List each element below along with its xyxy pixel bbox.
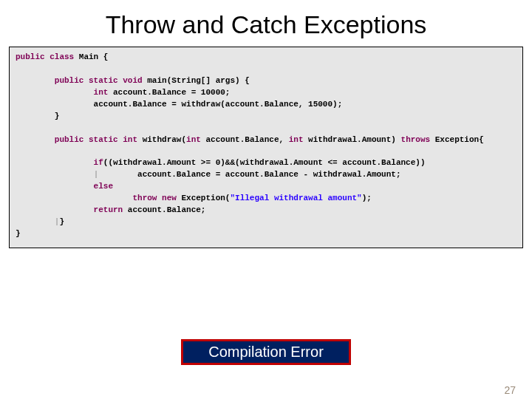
code-text: ((withdrawal.Amount >= 0)&&(withdrawal.A…	[103, 158, 426, 167]
badge-container: Compilation Error	[0, 339, 532, 365]
code-text: account.Balance;	[123, 205, 205, 214]
code-indent	[16, 170, 94, 179]
kw-if: if	[16, 158, 103, 167]
code-text: account.Balance = account.Balance - with…	[98, 170, 400, 179]
kw-throw: throw	[16, 194, 157, 202]
code-text: main(String[] args) {	[143, 76, 250, 85]
code-text: withdrawal.Amount)	[304, 135, 401, 144]
error-badge: Compilation Error	[181, 339, 351, 365]
code-text: account.Balance = withdraw(account.Balan…	[16, 100, 342, 109]
code-text: );	[362, 194, 372, 202]
code-block: public class Main { public static void m…	[9, 47, 523, 248]
code-text: withdraw(	[137, 135, 186, 144]
code-text: Exception(	[177, 194, 231, 202]
kw-public: public	[16, 76, 83, 85]
kw-int: int	[186, 135, 201, 144]
kw-return: return	[16, 205, 123, 214]
slide-title: Throw and Catch Exceptions	[0, 10, 532, 39]
kw-void: void	[118, 76, 143, 85]
code-text: Exception{	[430, 135, 484, 144]
code-text: Main {	[74, 52, 108, 61]
page-number: 27	[504, 384, 516, 396]
string-literal: "Illegal withdrawal amount"	[230, 194, 361, 202]
code-text: account.Balance = 10000;	[108, 88, 230, 97]
code-text: }	[59, 217, 64, 226]
kw-int: int	[16, 88, 108, 97]
kw-new: new	[157, 194, 176, 202]
kw-static: static	[83, 135, 117, 144]
code-text: account.Balance,	[201, 135, 284, 144]
kw-throws: throws	[401, 135, 431, 144]
code-text: }	[16, 229, 21, 238]
kw-static: static	[83, 76, 117, 85]
slide: Throw and Catch Exceptions public class …	[0, 10, 532, 399]
kw-int: int	[284, 135, 303, 144]
kw-class: class	[45, 52, 75, 61]
code-indent	[16, 217, 55, 226]
kw-public: public	[16, 52, 45, 61]
code-text: }	[16, 112, 59, 120]
kw-else: else	[16, 182, 113, 191]
kw-int: int	[118, 135, 137, 144]
kw-public: public	[16, 135, 83, 144]
